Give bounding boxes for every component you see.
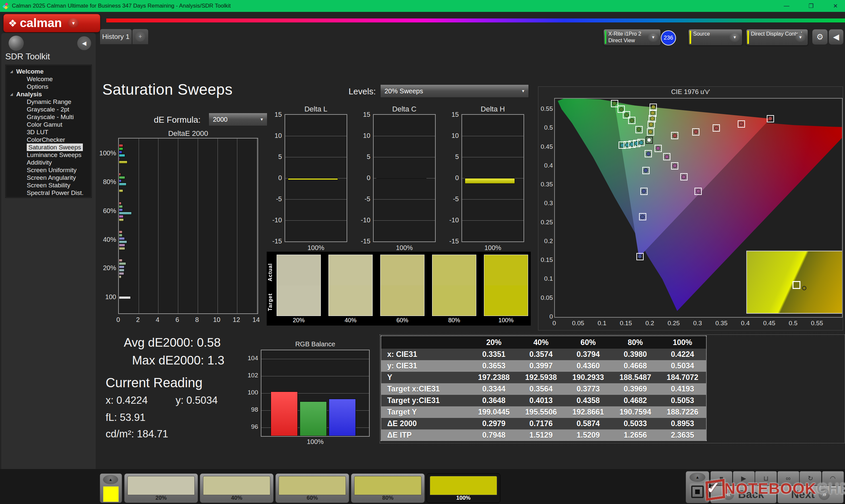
sidebar-item-label: Screen Uniformity: [27, 166, 76, 174]
cie-measured-dot: [651, 105, 655, 109]
chevron-down-icon[interactable]: ▼: [648, 33, 658, 42]
rgb-gridline: [261, 359, 369, 359]
cie-point-magenta: [671, 162, 678, 169]
toolbar-button-play-icon[interactable]: ▶: [733, 471, 755, 486]
expander-icon[interactable]: ◢: [10, 68, 13, 75]
sidebar-item-screen-stability[interactable]: Screen Stability: [6, 181, 91, 189]
cie-measured-dot: [644, 168, 648, 173]
sidebar-item-screen-uniformity[interactable]: Screen Uniformity: [6, 166, 91, 174]
sidebar-item-grayscale-multi[interactable]: Grayscale - Multi: [6, 113, 91, 121]
delta_c-y-label: -10: [356, 216, 370, 224]
deltae-chart-title: DeltaE 2000: [118, 129, 258, 138]
calman-menu-arrow-icon[interactable]: ▼: [68, 18, 79, 28]
level-button-60%[interactable]: 60%: [275, 473, 349, 503]
chevron-up-icon[interactable]: ▲: [689, 473, 705, 482]
delta_l-gridline: [285, 220, 347, 221]
sidebar-panel: ◀ SDR Toolkit ◢WelcomeWelcomeOptions◢Ana…: [1, 33, 96, 503]
sidebar-item-spectral-power-dist-[interactable]: Spectral Power Dist.: [6, 189, 91, 197]
cie-y-tick: 0.2: [539, 237, 553, 245]
close-button[interactable]: ✕: [830, 3, 840, 10]
cie-point-green: [635, 126, 642, 133]
sidebar-item-3d-lut[interactable]: 3D LUT: [6, 128, 91, 136]
level-button-20%[interactable]: 20%: [124, 473, 198, 503]
delta_l-y-label: 10: [267, 132, 282, 140]
level-button-40%[interactable]: 40%: [200, 473, 274, 503]
toolbar-button-stop-icon[interactable]: ■: [710, 471, 733, 486]
active-patch-swatch[interactable]: [103, 486, 119, 502]
chevron-down-icon[interactable]: ▼: [729, 33, 740, 42]
panel-collapse-button[interactable]: ◀: [828, 29, 844, 45]
delta_c-y-label: -15: [356, 237, 370, 245]
rgb-y-label: 102: [242, 372, 258, 379]
table-cell: 0.3997: [517, 361, 565, 371]
sidebar-item-screen-angularity[interactable]: Screen Angularity: [6, 174, 91, 181]
cie-chart-panel: CIE 1976 u'v' 00.050.10.150.20.250.30.35…: [538, 86, 843, 330]
deltae-bar-40%-green: [119, 234, 122, 237]
de-formula-select[interactable]: 2000 ▼: [209, 113, 267, 126]
delta_l-y-label: -5: [267, 195, 282, 203]
meter-dropdown[interactable]: X-Rite i1Pro 2 Direct View ▼: [603, 29, 661, 46]
toolbar-button-more-icon[interactable]: ◠: [822, 471, 844, 486]
cie-measured-dot: [714, 126, 719, 130]
sidebar-collapse-button[interactable]: ◀: [77, 36, 91, 50]
chevron-down-icon[interactable]: ▼: [795, 33, 806, 42]
window-mini-panel: ▲: [686, 471, 709, 503]
avg-de2000: Avg dE2000: 0.58: [124, 336, 221, 349]
cie-point-blue: [640, 188, 648, 195]
back-button[interactable]: «Back: [710, 486, 777, 503]
sidebar-item-welcome[interactable]: Welcome: [6, 75, 91, 83]
deltae-bar-60%-blue: [119, 209, 123, 212]
sidebar-item-dynamic-range[interactable]: Dynamic Range: [6, 98, 91, 106]
sidebar-item-saturation-sweeps[interactable]: Saturation Sweeps: [6, 143, 91, 151]
window-title: Calman 2025 Calman Ultimate for Business…: [12, 3, 231, 9]
sidebar-item-welcome[interactable]: ◢Welcome: [6, 68, 91, 75]
workflow-sphere-icon[interactable]: [8, 36, 24, 51]
calman-menu-button[interactable]: ❖ calman ▼: [3, 14, 100, 32]
level-button-100%[interactable]: 100%: [426, 473, 500, 503]
next-button[interactable]: Next»: [777, 486, 844, 503]
level-button-label: 100%: [427, 495, 500, 501]
source-dropdown[interactable]: Source ▼: [688, 29, 742, 46]
pattern-window-button[interactable]: [689, 483, 705, 500]
sidebar-item-label: Screen Angularity: [27, 174, 76, 181]
add-tab-button[interactable]: +: [132, 29, 148, 44]
deltae-bar-40%-cyan: [119, 240, 127, 244]
tab-history-1[interactable]: History 1: [100, 29, 132, 44]
toolbar-button-refresh-icon[interactable]: ↻: [799, 471, 822, 486]
settings-button[interactable]: ⚙: [812, 29, 828, 45]
current-reading-title: Current Reading: [106, 375, 203, 390]
levels-select[interactable]: 20% Sweeps ▼: [380, 85, 529, 97]
cie-measured-dot: [739, 122, 743, 126]
swatch-label: 20%: [277, 317, 321, 324]
restore-button[interactable]: ❐: [806, 3, 816, 10]
table-cell: 1.5209: [564, 431, 612, 440]
table-cell: 0.3344: [470, 384, 517, 394]
deltae-x-label: 2: [133, 316, 143, 324]
sidebar-item-label: Options: [27, 83, 48, 90]
toolbar-button-loop-icon[interactable]: ∞: [777, 471, 799, 486]
toolbar-button-pattern-icon[interactable]: ⊔: [755, 471, 777, 486]
sidebar-item-colorchecker[interactable]: ColorChecker: [6, 136, 91, 143]
sidebar-item-additivity[interactable]: Additivity: [6, 159, 91, 166]
sidebar-item-analysis[interactable]: ◢Analysis: [6, 90, 91, 98]
delta_c-y-label: 15: [356, 111, 370, 119]
meter-status-stripe: [605, 31, 606, 44]
display-control-dropdown[interactable]: Direct Display Control ▼: [746, 29, 808, 46]
sidebar-item-grayscale-2pt[interactable]: Grayscale - 2pt: [6, 106, 91, 113]
deltae-bar-40%-red: [119, 231, 122, 234]
sidebar-item-options[interactable]: Options: [6, 83, 91, 90]
deltae-x-label: 8: [192, 316, 202, 324]
chevron-up-icon[interactable]: ▲: [103, 475, 118, 484]
cie-measured-dot: [640, 215, 645, 219]
sidebar-item-luminance-sweeps[interactable]: Luminance Sweeps: [6, 151, 91, 159]
level-button-80%[interactable]: 80%: [351, 473, 425, 503]
deltae-y-label: 80%: [98, 178, 116, 186]
minimize-button[interactable]: —: [781, 3, 792, 9]
target-row-label: Target: [267, 287, 275, 317]
results-table[interactable]: 20%40%60%80%100%x: CIE310.33510.35740.37…: [381, 336, 707, 441]
de-formula-label: dE Formula:: [154, 115, 201, 125]
rgb-bar-blue: [329, 399, 356, 436]
expander-icon[interactable]: ◢: [10, 90, 13, 98]
sidebar-item-color-gamut[interactable]: Color Gamut: [6, 121, 91, 128]
deltae-bar-60%-cyan: [119, 212, 132, 215]
